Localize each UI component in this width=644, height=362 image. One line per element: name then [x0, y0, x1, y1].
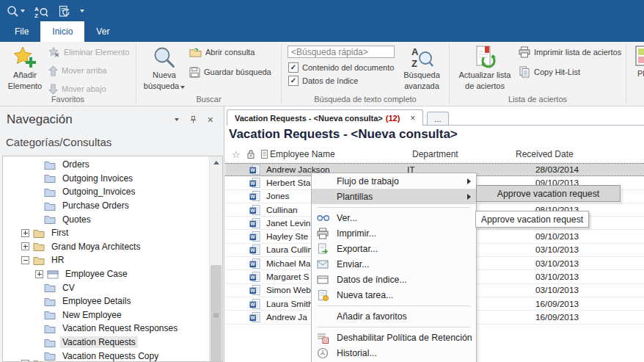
- column-header-received-date[interactable]: Received Date: [516, 149, 574, 159]
- svg-text:W: W: [251, 289, 256, 294]
- cell-received-date: 03/10/2013: [535, 258, 579, 269]
- busqueda-avanzada-button[interactable]: AZ Búsqueda avanzada: [399, 43, 444, 91]
- word-document-icon: W: [249, 217, 260, 228]
- group-label-favoritos: Favoritos: [0, 95, 136, 104]
- submenu-arrow-icon: [467, 194, 471, 200]
- datos-indice-label: Datos de índice: [302, 76, 358, 85]
- star-delete-icon: [48, 46, 60, 58]
- tab-ver[interactable]: Ver: [84, 21, 121, 42]
- tree-item-vacation-request-responses[interactable]: Vacation Request Responses: [3, 322, 210, 336]
- close-icon[interactable]: ×: [410, 113, 415, 123]
- customize-toolbar-button[interactable]: [78, 8, 87, 14]
- close-icon[interactable]: ×: [208, 115, 213, 124]
- navigation-section-title: Categorías/Consultas: [6, 136, 111, 148]
- menu-item-datos-de-indice[interactable]: Datos de índice...: [312, 272, 476, 287]
- guardar-busqueda-button[interactable]: Guardar búsqueda: [189, 65, 271, 79]
- plantillas-ribbon-button[interactable]: Plan: [629, 43, 644, 79]
- nueva-busqueda-button[interactable]: Nueva búsqueda: [142, 43, 186, 91]
- submenu-approve-vacation-request[interactable]: Approve vacation request: [476, 185, 621, 202]
- tree-item-outgoing-invoices[interactable]: Outgoing Invoices: [3, 172, 210, 186]
- tab-inicio[interactable]: Inicio: [40, 21, 84, 42]
- scrollbar-thumb[interactable]: [211, 265, 222, 362]
- cell-employee-name: Laura Smith: [266, 299, 313, 309]
- scroll-up-button[interactable]: [210, 156, 222, 169]
- export-icon: [317, 243, 329, 255]
- az-search-button[interactable]: AZ: [32, 4, 51, 19]
- menu-item-enviar[interactable]: Enviar...: [312, 256, 476, 272]
- tree-item-purchase-orders[interactable]: Purchase Orders: [3, 199, 210, 213]
- printer-icon: [519, 46, 530, 58]
- expand-icon[interactable]: [35, 270, 43, 278]
- title-bar: AZ File Inicio Ver: [0, 0, 644, 42]
- eliminar-elemento-button[interactable]: Eliminar Elemento: [48, 45, 129, 59]
- checkbox-datos-indice[interactable]: ✓ Datos de índice: [288, 75, 358, 86]
- lock-column-icon[interactable]: [246, 149, 255, 159]
- tab-vacation-requests[interactable]: Vacation Requests - <Nueva consulta> (12…: [227, 109, 423, 126]
- tree-item-cv[interactable]: CV: [3, 280, 210, 294]
- tree-item-employee-details[interactable]: Employee Details: [3, 294, 210, 308]
- menu-item-deshabilitar-politica[interactable]: 31 Deshabilitar Política de Retención: [312, 330, 476, 345]
- ribbon-group-lista-aciertos: Actualizar lista de aciertos Imprimir li…: [450, 42, 626, 106]
- triangle-up-icon: [213, 161, 219, 164]
- anadir-elemento-button[interactable]: Añadir Elemento: [4, 43, 45, 91]
- svg-text:W: W: [251, 221, 256, 226]
- copy-icon: [519, 66, 530, 78]
- actualizar-label-1: Actualizar lista: [459, 70, 511, 80]
- tree-item-partial[interactable]: [21, 359, 45, 362]
- svg-text:W: W: [251, 261, 256, 267]
- checkbox-contenido-documento[interactable]: ✓ Contenido del documento: [288, 62, 394, 73]
- tree-scrollbar[interactable]: [209, 156, 222, 361]
- menu-item-anadir-a-favoritos[interactable]: Añadir a favoritos: [312, 308, 476, 324]
- tree-item-orders[interactable]: Orders: [3, 158, 210, 172]
- cell-received-date: 03/10/2013: [535, 285, 579, 295]
- tree-item-new-employee[interactable]: New Employee: [3, 308, 210, 322]
- expand-icon[interactable]: [21, 242, 29, 250]
- tree-item-grand-moya[interactable]: Grand Moya Architects: [3, 240, 210, 254]
- column-header-department[interactable]: Department: [412, 149, 458, 159]
- menu-item-plantillas[interactable]: Plantillas: [312, 189, 476, 204]
- menu-separator: [312, 324, 476, 330]
- copy-hit-list-button[interactable]: Copy Hit-List: [519, 65, 621, 79]
- mover-arriba-button[interactable]: Mover arriba: [48, 63, 129, 78]
- panel-dropdown-icon[interactable]: [175, 118, 179, 121]
- tree-item-employee-case[interactable]: Employee Case: [3, 267, 210, 281]
- tree-item-hr[interactable]: HR: [3, 253, 210, 267]
- ribbon-group-texto-completo: ✓ Contenido del documento ✓ Datos de índ…: [282, 42, 449, 106]
- guardar-label: Guardar búsqueda: [204, 68, 271, 76]
- refresh-hitlist-button[interactable]: [56, 4, 73, 19]
- menu-item-flujo-de-trabajo[interactable]: Flujo de trabajo: [312, 173, 476, 189]
- menu-item-nueva-tarea[interactable]: Nueva tarea...: [312, 287, 476, 303]
- collapse-icon[interactable]: [21, 256, 29, 264]
- expand-icon[interactable]: [21, 229, 29, 237]
- pin-icon[interactable]: [189, 115, 197, 124]
- tree-item-quotes[interactable]: Quotes: [3, 212, 210, 226]
- avanzada-label-1: Búsqueda: [403, 70, 440, 80]
- document-column-icon[interactable]: [260, 149, 268, 159]
- tab-file[interactable]: File: [3, 21, 40, 42]
- menu-item-ver[interactable]: Ver...: [312, 210, 476, 225]
- mover-abajo-button[interactable]: Mover abajo: [48, 82, 129, 96]
- actualizar-lista-button[interactable]: Actualizar lista de aciertos: [453, 43, 517, 91]
- menu-item-historial[interactable]: Historial...: [312, 345, 476, 361]
- tab-overflow[interactable]: ...: [427, 112, 448, 125]
- menu-item-imprimir[interactable]: Imprimir...: [312, 225, 476, 241]
- star-column-icon[interactable]: ☆: [232, 149, 241, 160]
- abrir-consulta-button[interactable]: Abrir consulta: [189, 45, 271, 59]
- word-document-icon: W: [249, 245, 260, 256]
- tree-item-vacation-requests[interactable]: Vacation Requests: [3, 336, 210, 350]
- page-title: Vacation Requests - <Nueva consulta>: [229, 127, 458, 142]
- quick-search-input[interactable]: [288, 46, 395, 58]
- quick-search-button[interactable]: [4, 4, 27, 19]
- column-header-employee-name[interactable]: Employee Name: [270, 149, 335, 159]
- chevron-down-icon: [180, 86, 185, 89]
- menu-item-exportar[interactable]: Exportar...: [312, 241, 476, 256]
- refresh-list-icon: [58, 5, 70, 18]
- group-label-texto: Búsqueda de texto completo: [282, 95, 449, 104]
- svg-text:Z: Z: [34, 12, 38, 18]
- word-document-icon: W: [249, 258, 260, 269]
- word-document-icon: W: [249, 231, 260, 242]
- tree-item-first[interactable]: First: [3, 226, 210, 240]
- group-label-buscar: Buscar: [136, 95, 281, 104]
- tree-item-outgoing-invoices-2[interactable]: Outgoing_Invoices: [3, 185, 210, 199]
- imprimir-lista-button[interactable]: Imprimir lista de aciertos: [519, 45, 621, 59]
